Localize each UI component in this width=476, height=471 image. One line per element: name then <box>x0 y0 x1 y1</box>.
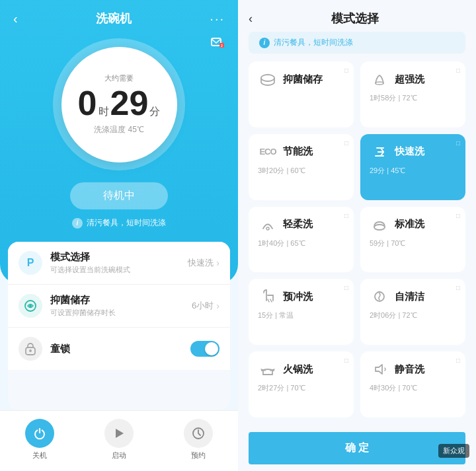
mode-pin-3: □ <box>456 139 460 147</box>
nav-power-label: 关机 <box>32 451 47 460</box>
circle-inner: 大约需要 0 时 29 分 洗涤温度 45℃ <box>61 47 177 163</box>
settings-list: P 模式选择 可选择设置当前洗碗模式 快速洗 › <box>8 242 230 410</box>
mode-card-6[interactable]: □ 预冲洗 15分 | 常温 <box>249 279 354 345</box>
mode-icon-3 <box>370 142 389 162</box>
schedule-icon <box>184 419 213 448</box>
mode-card-header-1: 超强洗 <box>370 69 456 89</box>
nav-power[interactable]: 关机 <box>20 419 60 460</box>
circle-outer: 大约需要 0 时 29 分 洗涤温度 45℃ <box>53 38 185 170</box>
mode-card-8[interactable]: □ 火锅洗 2时27分 | 70℃ <box>249 351 354 417</box>
svg-marker-7 <box>116 429 124 438</box>
mode-card-5[interactable]: □ 标准洗 59分 | 70℃ <box>360 207 465 273</box>
antibacterial-title: 抑菌储存 <box>50 294 184 307</box>
mode-icon-1 <box>370 69 389 89</box>
left-panel: ‹ 洗碗机 ··· 2 大约需要 0 时 29 <box>0 0 238 471</box>
mode-name-2: 节能洗 <box>283 145 313 158</box>
timer-circle: 大约需要 0 时 29 分 洗涤温度 45℃ <box>0 38 238 170</box>
svg-point-12 <box>374 225 385 230</box>
mode-name-7: 自清洁 <box>395 291 424 303</box>
antibacterial-icon-wrap <box>19 294 42 318</box>
mode-name-3: 快速洗 <box>395 145 424 158</box>
timer-temp: 洗涤温度 45℃ <box>94 124 144 135</box>
settings-item-mode[interactable]: P 模式选择 可选择设置当前洗碗模式 快速洗 › <box>8 242 230 285</box>
confirm-button[interactable]: 确 定 <box>249 432 465 464</box>
mode-icon-6 <box>258 287 278 307</box>
power-icon <box>25 419 54 448</box>
mode-card-header-8: 火锅洗 <box>258 359 344 379</box>
mode-card-header-0: 抑菌储存 <box>258 69 344 89</box>
right-title: 模式选择 <box>260 11 450 26</box>
childlock-text: 童锁 <box>50 343 182 355</box>
mode-card-9[interactable]: □ 静音洗 4时30分 | 70℃ <box>360 351 465 417</box>
svg-text:2: 2 <box>221 44 223 48</box>
right-back-icon[interactable]: ‹ <box>249 12 253 26</box>
status-button[interactable]: 待机中 <box>70 182 168 209</box>
childlock-title: 童锁 <box>50 343 182 355</box>
mode-card-3[interactable]: □ 快速洗 29分 | 45℃ <box>360 134 465 200</box>
timer-time: 0 时 29 分 <box>78 86 161 120</box>
mode-card-7[interactable]: □ 自清洁 2时06分 | 72℃ <box>360 279 465 345</box>
mode-card-header-5: 标准洗 <box>370 215 456 235</box>
mode-card-4[interactable]: □ 轻柔洗 1时40分 | 65℃ <box>249 207 354 273</box>
left-more-icon[interactable]: ··· <box>210 11 225 26</box>
mode-icon-7 <box>370 287 389 307</box>
left-header: ‹ 洗碗机 ··· <box>0 0 238 32</box>
mode-card-header-3: 快速洗 <box>370 142 456 162</box>
mode-icon-8 <box>258 359 278 379</box>
mode-icon-9 <box>370 359 389 379</box>
mode-pin-7: □ <box>456 284 460 291</box>
mode-detail-6: 15分 | 常温 <box>258 310 344 320</box>
mode-value: 快速洗 › <box>188 257 219 269</box>
mode-icon-p: P <box>27 257 34 269</box>
right-info-icon: i <box>259 38 270 48</box>
mode-card-1[interactable]: □ 超强洗 1时58分 | 72℃ <box>360 61 465 127</box>
mode-grid: □ 抑菌储存 □ <box>238 61 476 417</box>
info-icon: i <box>72 218 83 229</box>
right-info-text: 清污餐具，短时间洗涤 <box>274 37 353 48</box>
mode-card-header-4: 轻柔洗 <box>258 215 344 235</box>
svg-point-6 <box>29 349 32 352</box>
mode-card-2[interactable]: □ ECO 节能洗 3时20分 | 60℃ <box>249 134 354 200</box>
mode-detail-9: 4时30分 | 70℃ <box>370 383 456 393</box>
nav-schedule[interactable]: 预约 <box>178 419 218 460</box>
settings-item-antibacterial[interactable]: 抑菌储存 可设置抑菌储存时长 6小时 › <box>8 285 230 328</box>
mode-card-header-6: 预冲洗 <box>258 287 344 307</box>
mode-card-header-7: 自清洁 <box>370 287 456 307</box>
antibacterial-value: 6小时 › <box>192 300 219 312</box>
toggle-knob <box>205 342 218 355</box>
settings-item-childlock[interactable]: 童锁 <box>8 328 230 370</box>
left-title: 洗碗机 <box>96 11 132 26</box>
mode-icon-4 <box>258 215 278 235</box>
mode-card-header-2: ECO 节能洗 <box>258 142 344 162</box>
nav-start[interactable]: 启动 <box>99 419 139 460</box>
mode-title: 模式选择 <box>50 251 180 264</box>
mode-pin-4: □ <box>344 212 348 219</box>
right-wrapper: ‹ 模式选择 i 清污餐具，短时间洗涤 □ 抑菌储存 <box>238 0 476 471</box>
mode-icon: P <box>19 251 42 275</box>
svg-point-4 <box>29 305 32 307</box>
mode-detail-5: 59分 | 70℃ <box>370 238 456 248</box>
right-info-bar: i 清污餐具，短时间洗涤 <box>249 32 465 54</box>
antibacterial-chevron: › <box>216 301 219 311</box>
timer-min-unit: 分 <box>149 105 160 119</box>
mode-name-9: 静音洗 <box>395 363 424 376</box>
mode-card-0[interactable]: □ 抑菌储存 <box>249 61 354 127</box>
mode-detail-7: 2时06分 | 72℃ <box>370 310 456 320</box>
childlock-toggle[interactable] <box>190 341 219 357</box>
mode-pin-9: □ <box>456 357 460 364</box>
mode-pin-2: □ <box>344 139 348 147</box>
mode-chevron: › <box>216 258 219 268</box>
mode-icon-2: ECO <box>258 142 278 162</box>
left-info-bar: i 清污餐具，短时间洗涤 <box>0 217 238 229</box>
mode-pin-6: □ <box>344 284 348 291</box>
right-panel: ‹ 模式选择 i 清污餐具，短时间洗涤 □ 抑菌储存 <box>238 0 476 471</box>
left-back-icon[interactable]: ‹ <box>13 11 18 26</box>
svg-rect-0 <box>212 38 221 46</box>
mode-name-6: 预冲洗 <box>283 291 313 303</box>
svg-point-9 <box>261 75 274 81</box>
mode-sub: 可选择设置当前洗碗模式 <box>50 265 180 275</box>
notification-icon[interactable]: 2 <box>210 36 225 52</box>
timer-label: 大约需要 <box>104 73 134 83</box>
timer-hour-unit: 时 <box>99 105 109 119</box>
mode-pin-0: □ <box>344 67 348 74</box>
